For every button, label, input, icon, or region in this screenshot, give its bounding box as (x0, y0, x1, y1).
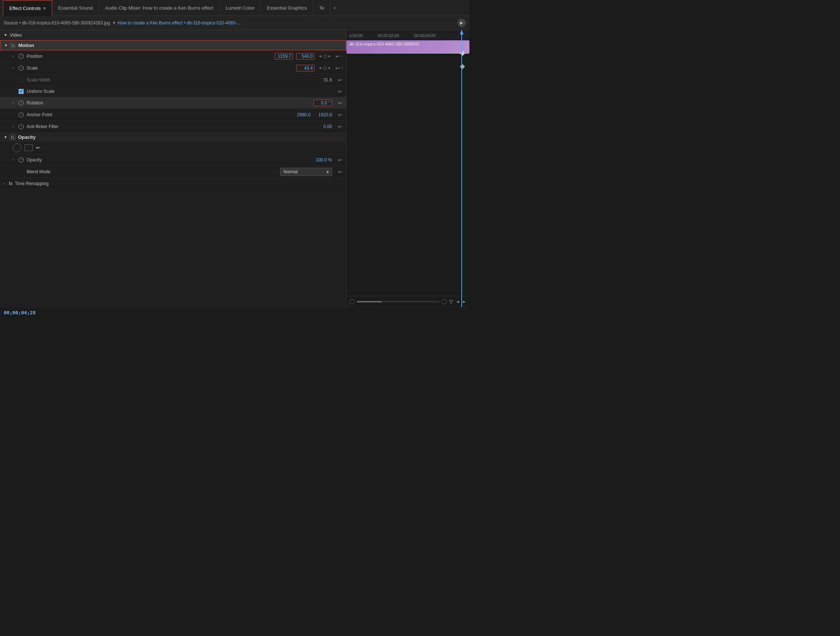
scale-width-stopwatch (18, 77, 24, 83)
blend-mode-row: › Blend Mode Normal Dissolve Darken Mult… (0, 166, 346, 178)
uniform-scale-reset[interactable]: ↩ (338, 88, 343, 94)
effect-controls-panel: ▼ Video ▼ fx Motion › Position 1159.7 54… (0, 30, 346, 307)
scale-width-values: 31.8 (324, 77, 332, 83)
position-add-keyframe[interactable] (323, 54, 327, 58)
anchor-stopwatch-icon (19, 112, 24, 117)
tab-essential-sound[interactable]: Essential Sound (52, 0, 99, 16)
rotation-stopwatch[interactable] (18, 99, 24, 106)
opacity-collapse-arrow[interactable]: ▼ (4, 135, 8, 139)
opacity-effect-header[interactable]: ▼ fx Opacity (0, 132, 346, 142)
timecode-1: 00;00;02;00 (377, 33, 399, 38)
anti-flicker-controls: ↩ (336, 124, 343, 129)
blend-mode-select[interactable]: Normal Dissolve Darken Multiply Screen O… (280, 168, 332, 176)
timeline-bottom-bar: ▽ ◄ ► (346, 296, 469, 307)
opacity-stopwatch-icon (19, 157, 24, 162)
anti-flicker-label: Anti-flicker Filter (27, 124, 313, 129)
scale-stopwatch[interactable] (18, 65, 24, 71)
rotation-reset[interactable]: ↩ (338, 100, 343, 106)
scale-width-controls: ↩ (336, 77, 343, 83)
tab-effect-controls[interactable]: Effect Controls ≡ (3, 0, 52, 16)
position-row: › Position 1159.7 540.0 ◄ ► ↩ › (0, 50, 346, 62)
rotation-value[interactable]: 0.0 ° (313, 99, 332, 106)
time-remapping-expand[interactable]: › (4, 181, 9, 186)
source-bar-controls: ▶ (458, 19, 466, 27)
video-collapse-arrow[interactable]: ▼ (4, 33, 8, 37)
source-bar: Source • db-316-tropics-010-4065-SBI-300… (0, 16, 469, 30)
anti-flicker-stopwatch[interactable] (18, 123, 24, 130)
position-forward[interactable]: › (341, 54, 343, 58)
position-expand[interactable]: › (13, 54, 18, 58)
source-prefix: Source • db-316-tropics-010-4065-SBI-300… (4, 20, 110, 25)
zoom-out-circle[interactable] (349, 299, 355, 304)
anchor-x-value[interactable]: 2880.0 (292, 112, 311, 117)
anchor-stopwatch[interactable] (18, 112, 24, 118)
position-prev-keyframe[interactable]: ◄ (318, 54, 322, 58)
anti-flicker-expand[interactable]: › (13, 124, 18, 129)
opacity-expand[interactable]: › (13, 158, 18, 162)
opacity-value[interactable]: 100.0 % (313, 157, 332, 162)
tab-menu-icon[interactable]: ≡ (43, 6, 46, 11)
rotation-row: › Rotation 0.0 ° ↩ (0, 97, 346, 109)
scale-forward[interactable]: › (341, 66, 343, 70)
motion-collapse-arrow[interactable]: ▼ (4, 43, 8, 47)
timecode-2: 00;00;04;00 (414, 33, 435, 38)
source-sequence[interactable]: How to create a Ken Burns effect • db-31… (117, 20, 240, 25)
tab-lumetri-color-label: Lumetri Color (226, 5, 254, 11)
timeline-timecodes: s;00;00 00;00;02;00 00;00;04;00 (346, 30, 469, 41)
anti-flicker-value[interactable]: 0.00 (313, 124, 332, 129)
scale-next-keyframe[interactable]: ► (328, 66, 332, 70)
play-button[interactable]: ▶ (458, 19, 466, 27)
tab-lumetri-color[interactable]: Lumetri Color (220, 0, 261, 16)
source-dropdown-arrow[interactable]: ▾ (113, 20, 115, 25)
tab-essential-graphics[interactable]: Essential Graphics (261, 0, 313, 16)
opacity-prop-label: Opacity (27, 157, 313, 162)
opacity-label: Opacity (18, 134, 36, 140)
anchor-reset[interactable]: ↩ (338, 112, 343, 118)
timeline-header: s;00;00 00;00;02;00 00;00;04;00 (346, 30, 469, 41)
main-layout: ▼ Video ▼ fx Motion › Position 1159.7 54… (0, 30, 469, 307)
nav-next[interactable]: ► (462, 299, 466, 304)
pen-mask-tool[interactable]: ✒ (36, 144, 40, 151)
zoom-in-circle[interactable] (442, 299, 447, 304)
opacity-stopwatch[interactable] (18, 157, 24, 163)
position-reset[interactable]: ↩ (335, 53, 340, 59)
rect-mask-tool[interactable] (24, 144, 33, 151)
scale-add-keyframe[interactable] (323, 66, 327, 70)
scale-reset[interactable]: ↩ (335, 65, 340, 71)
scale-value[interactable]: 43.4 (296, 65, 314, 71)
uniform-scale-checkbox[interactable] (19, 89, 24, 94)
video-label: Video (9, 32, 22, 38)
tab-audio-clip-mixer-label: Audio Clip Mixer: How to create a Ken Bu… (105, 5, 213, 11)
opacity-reset[interactable]: ↩ (338, 157, 343, 163)
anti-flicker-reset[interactable]: ↩ (338, 124, 343, 129)
tab-bar: Effect Controls ≡ Essential Sound Audio … (0, 0, 469, 16)
ellipse-mask-tool[interactable] (13, 143, 22, 152)
scale-expand[interactable]: › (13, 66, 18, 70)
motion-label: Motion (18, 43, 34, 48)
anchor-y-value[interactable]: 1920.0 (313, 112, 332, 117)
zoom-slider-track[interactable] (357, 301, 439, 302)
fx-badge-motion: fx (10, 43, 16, 48)
tab-overflow-button[interactable]: › (330, 5, 338, 11)
position-x-value[interactable]: 1159.7 (275, 53, 293, 60)
position-y-value[interactable]: 540.0 (296, 53, 314, 60)
rotation-expand[interactable]: › (13, 101, 18, 105)
tab-more-short[interactable]: Te (313, 0, 330, 16)
blend-mode-reset[interactable]: ↩ (338, 169, 343, 175)
position-next-keyframe[interactable]: ► (328, 54, 332, 58)
scale-prev-keyframe[interactable]: ◄ (318, 66, 322, 70)
tab-effect-controls-label: Effect Controls (9, 6, 41, 11)
timeline-playhead[interactable] (461, 30, 462, 307)
timeline-clip[interactable]: db-316-tropics-010-4065-SBI-3009242 (346, 40, 469, 54)
scale-width-reset[interactable]: ↩ (338, 77, 343, 83)
position-stopwatch[interactable] (18, 53, 24, 60)
fx-badge-opacity: fx (9, 135, 16, 140)
video-section-header[interactable]: ▼ Video (0, 30, 346, 40)
tab-audio-clip-mixer[interactable]: Audio Clip Mixer: How to create a Ken Bu… (99, 0, 220, 16)
nav-prev[interactable]: ◄ (455, 299, 460, 304)
filter-icon[interactable]: ▽ (449, 299, 453, 305)
fx-badge-time-remapping: fx (9, 181, 13, 186)
rotation-controls: ↩ (336, 100, 343, 106)
motion-effect-header[interactable]: ▼ fx Motion (0, 40, 346, 50)
rotation-label: Rotation (27, 100, 313, 105)
